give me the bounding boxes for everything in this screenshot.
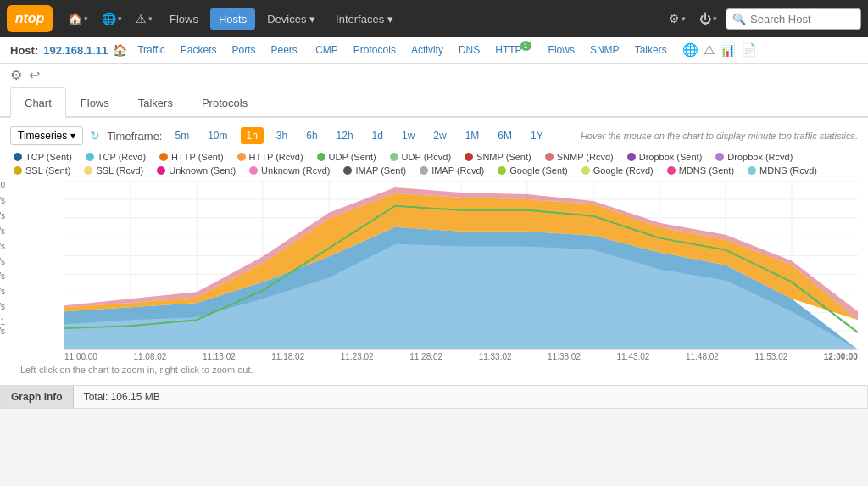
interfaces-nav-btn[interactable]: Interfaces ▾ (327, 8, 402, 30)
hostbar-link-dns[interactable]: DNS (453, 42, 485, 58)
legend-label-http-rcvd: HTTP (Rcvd) (249, 152, 303, 162)
host-label: Host: (10, 44, 38, 57)
legend-label-http-sent: HTTP (Sent) (171, 152, 224, 162)
settings-nav-btn[interactable]: ⚙ ▾ (664, 8, 691, 29)
timeseries-label: Timeseries (18, 130, 67, 142)
legend-label-google-sent: Google (Sent) (509, 165, 567, 176)
chart-host-icon[interactable]: 📊 (720, 42, 736, 58)
gear-action-icon[interactable]: ⚙ (10, 67, 22, 83)
time-3h[interactable]: 3h (270, 127, 293, 144)
timeseries-caret: ▾ (70, 130, 75, 142)
time-6h[interactable]: 6h (300, 127, 323, 144)
y-label-100: 100 kbit/s (0, 211, 5, 221)
time-2w[interactable]: 2w (427, 127, 452, 144)
refresh-icon[interactable]: ↻ (90, 129, 100, 142)
legend-unknown-sent: Unknown (Sent) (157, 165, 236, 176)
home-host-icon[interactable]: 🏠 (113, 43, 127, 57)
hostbar-link-ports[interactable]: Ports (226, 42, 260, 58)
devices-nav-btn[interactable]: Devices ▾ (259, 8, 324, 30)
legend-imap-rcvd: IMAP (Rcvd) (420, 165, 484, 176)
legend-ssl-rcvd: SSL (Rcvd) (84, 165, 143, 176)
y-label-250: 250 kbit/s (0, 257, 5, 266)
hostbar-link-protocols[interactable]: Protocols (348, 42, 401, 58)
hostbar-link-icmp[interactable]: ICMP (308, 42, 343, 58)
globe-nav-btn[interactable]: 🌐 ▾ (97, 8, 127, 29)
time-1d[interactable]: 1d (366, 127, 389, 144)
legend-label-mdns-sent: MDNS (Sent) (679, 165, 734, 176)
x-label-1123: 11:23:02 (341, 352, 374, 361)
graph-info-value: Total: 106.15 MB (74, 386, 170, 408)
x-axis: 11:00:00 11:08:02 11:13:02 11:18:02 11:2… (64, 350, 858, 361)
legend-label-udp-sent: UDP (Sent) (329, 152, 376, 162)
hostbar-link-http[interactable]: HTTP1 (490, 42, 537, 58)
legend-dot-snmp-sent (465, 153, 473, 161)
host-ip: 192.168.1.11 (43, 44, 108, 57)
time-12h[interactable]: 12h (331, 127, 359, 144)
power-icon: ⏻ (699, 12, 711, 25)
tab-chart[interactable]: Chart (10, 87, 66, 118)
legend-dot-http-sent (159, 153, 168, 161)
chart-svg[interactable] (64, 181, 858, 350)
time-5m[interactable]: 5m (169, 127, 195, 144)
back-action-icon[interactable]: ↩ (29, 67, 40, 83)
x-label-1113: 11:13:02 (203, 352, 236, 361)
x-label-1153: 11:53:02 (754, 352, 787, 361)
search-input[interactable] (726, 8, 861, 30)
tab-talkers[interactable]: Talkers (124, 87, 187, 118)
hostbar-link-packets[interactable]: Packets (175, 42, 222, 58)
y-label-0: 0 (0, 181, 5, 190)
x-label-1138: 11:38:02 (548, 352, 581, 361)
x-label-1118: 11:18:02 (271, 352, 304, 361)
time-1y[interactable]: 1Y (525, 127, 549, 144)
x-label-1143: 11:43:02 (617, 352, 650, 361)
legend-dot-tcp-sent (14, 153, 22, 161)
timeseries-dropdown[interactable]: Timeseries ▾ (10, 126, 83, 145)
y-label-400: 400 kbit/s (0, 302, 5, 311)
power-nav-btn[interactable]: ⏻ ▾ (694, 8, 722, 29)
legend-google-rcvd: Google (Rcvd) (581, 165, 654, 176)
tab-protocols[interactable]: Protocols (187, 87, 262, 118)
hostbar-link-peers[interactable]: Peers (266, 42, 303, 58)
legend-dot-imap-rcvd (420, 166, 428, 175)
legend-dot-http-rcvd (237, 153, 246, 161)
globe-host-icon[interactable]: 🌐 (682, 42, 698, 58)
legend-tcp-sent: TCP (Sent) (14, 152, 72, 162)
legend-dot-ssl-sent (14, 166, 22, 175)
hostbar-link-activity[interactable]: Activity (406, 42, 448, 58)
legend-label-snmp-rcvd: SNMP (Rcvd) (557, 152, 614, 162)
legend-dot-unknown-rcvd (249, 166, 258, 175)
graph-info-bar: Graph Info Total: 106.15 MB (0, 385, 868, 409)
legend: TCP (Sent) TCP (Rcvd) HTTP (Sent) HTTP (… (10, 152, 858, 176)
hostbar-link-traffic[interactable]: Traffic (132, 42, 170, 58)
legend-imap-sent: IMAP (Sent) (343, 165, 406, 176)
time-1w[interactable]: 1w (396, 127, 420, 144)
home-nav-btn[interactable]: 🏠 ▾ (63, 8, 93, 29)
alert-icon: ⚠ (136, 12, 147, 25)
legend-label-snmp-sent: SNMP (Sent) (476, 152, 531, 162)
tab-flows[interactable]: Flows (66, 87, 124, 118)
y-label-max: 430.81 kbit/s (0, 317, 5, 336)
chart-container[interactable]: 430.81 kbit/s 400 kbit/s 350 kbit/s 300 … (10, 181, 858, 361)
zoom-hint: Left-click on the chart to zoom in, righ… (10, 361, 858, 377)
flows-nav-btn[interactable]: Flows (161, 8, 207, 30)
hostbar-link-talkers[interactable]: Talkers (630, 42, 672, 58)
time-1m[interactable]: 1M (459, 127, 486, 144)
legend-label-dropbox-rcvd: Dropbox (Rcvd) (727, 152, 793, 162)
y-axis: 430.81 kbit/s 400 kbit/s 350 kbit/s 300 … (0, 181, 8, 336)
hostbar-link-flows[interactable]: Flows (543, 42, 580, 58)
time-6m[interactable]: 6M (492, 127, 518, 144)
legend-dropbox-rcvd: Dropbox (Rcvd) (715, 152, 793, 162)
hostbar-link-snmp[interactable]: SNMP (585, 42, 625, 58)
y-label-50: 50 kbit/s (0, 196, 5, 205)
time-1h[interactable]: 1h (241, 127, 264, 144)
hosts-nav-btn[interactable]: Hosts (210, 8, 255, 30)
file-host-icon[interactable]: 📄 (741, 42, 757, 58)
time-10m[interactable]: 10m (202, 127, 233, 144)
legend-http-sent: HTTP (Sent) (159, 152, 224, 162)
y-label-350: 350 kbit/s (0, 287, 5, 296)
x-label-1148: 11:48:02 (686, 352, 719, 361)
legend-snmp-sent: SNMP (Sent) (465, 152, 531, 162)
legend-dot-dropbox-rcvd (715, 153, 724, 161)
warning-host-icon[interactable]: ⚠ (704, 42, 715, 58)
alert-nav-btn[interactable]: ⚠ ▾ (131, 8, 158, 29)
